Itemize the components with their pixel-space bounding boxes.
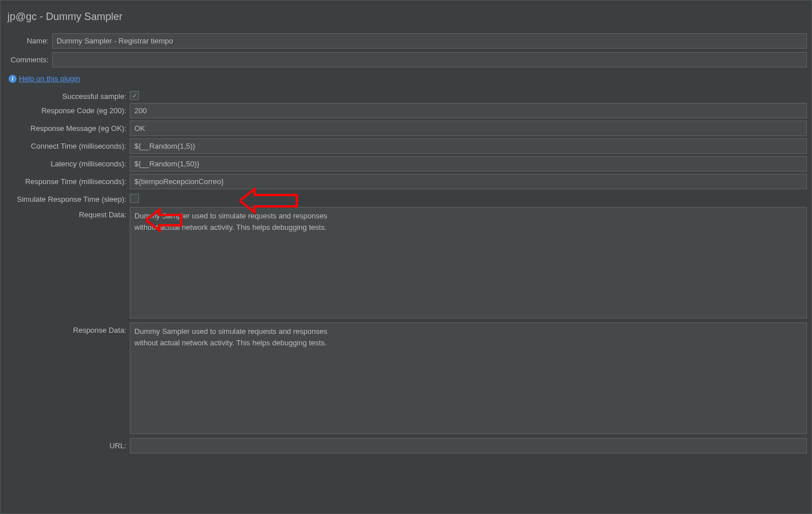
response-time-row: Response Time (milliseconds): — [5, 174, 807, 189]
response-time-label: Response Time (milliseconds): — [5, 174, 130, 186]
response-code-input[interactable] — [130, 103, 807, 118]
info-icon: i — [9, 75, 17, 83]
response-time-input[interactable] — [130, 174, 807, 189]
simulate-sleep-label: Simulate Response Time (sleep): — [5, 192, 130, 204]
response-code-row: Response Code (eg 200): — [5, 103, 807, 118]
successful-sample-label: Successful sample: — [5, 89, 130, 101]
comments-input[interactable] — [52, 52, 807, 67]
response-message-label: Response Message (eg OK): — [5, 121, 130, 133]
panel-heading: jp@gc - Dummy Sampler — [5, 4, 807, 33]
name-input[interactable] — [52, 33, 807, 49]
comments-label: Comments: — [5, 52, 52, 64]
simulate-sleep-checkbox[interactable] — [130, 194, 139, 203]
connect-time-row: Connect Time (milliseconds): — [5, 138, 807, 154]
connect-time-input[interactable] — [130, 138, 807, 154]
help-link[interactable]: Help on this plugin — [19, 74, 80, 83]
latency-row: Latency (milliseconds): — [5, 156, 807, 172]
latency-label: Latency (milliseconds): — [5, 156, 130, 168]
response-message-input[interactable] — [130, 121, 807, 136]
url-label: URL: — [5, 438, 130, 450]
url-row: URL: — [5, 438, 807, 453]
url-input[interactable] — [130, 438, 807, 453]
response-data-textarea[interactable]: Dummy Sampler used to simulate requests … — [130, 322, 807, 434]
dummy-sampler-panel: jp@gc - Dummy Sampler Name: Comments: i … — [0, 0, 812, 514]
response-message-row: Response Message (eg OK): — [5, 121, 807, 136]
request-data-textarea[interactable]: Dummy Sampler used to simulate requests … — [130, 207, 807, 318]
simulate-sleep-row: Simulate Response Time (sleep): — [5, 192, 807, 205]
connect-time-label: Connect Time (milliseconds): — [5, 138, 130, 150]
response-data-label: Response Data: — [5, 322, 130, 334]
form-section: Successful sample: Response Code (eg 200… — [5, 89, 807, 453]
help-row: i Help on this plugin — [5, 71, 807, 89]
successful-sample-row: Successful sample: — [5, 89, 807, 101]
comments-row: Comments: — [5, 52, 807, 67]
response-data-row: Response Data: Dummy Sampler used to sim… — [5, 322, 807, 436]
request-data-row: Request Data: Dummy Sampler used to simu… — [5, 207, 807, 320]
successful-sample-checkbox[interactable] — [130, 91, 139, 100]
response-code-label: Response Code (eg 200): — [5, 103, 130, 115]
name-label: Name: — [5, 33, 52, 45]
latency-input[interactable] — [130, 156, 807, 172]
request-data-label: Request Data: — [5, 207, 130, 219]
name-row: Name: — [5, 33, 807, 49]
